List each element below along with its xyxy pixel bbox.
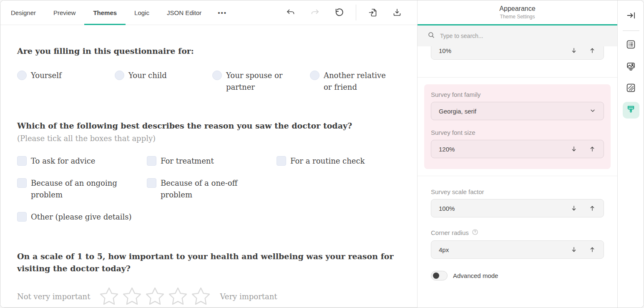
redo-button[interactable] [306, 3, 324, 22]
radio-button-icon[interactable] [212, 71, 222, 80]
more-tabs-button[interactable]: ••• [210, 9, 234, 16]
redo-icon [310, 8, 320, 18]
tab-preview[interactable]: Preview [45, 0, 84, 25]
tab-logic[interactable]: Logic [126, 0, 158, 25]
creator-tab-bar: Designer Preview Themes Logic JSON Edito… [0, 0, 417, 25]
decrease-button[interactable] [570, 204, 578, 212]
radio-button-icon[interactable] [17, 71, 27, 80]
undo-button[interactable] [282, 3, 300, 22]
reset-theme-button[interactable] [330, 3, 348, 22]
font-family-dropdown[interactable]: Georgia, serif [431, 102, 604, 120]
tab-json-editor[interactable]: JSON Editor [158, 0, 210, 25]
chevron-down-icon[interactable] [589, 107, 596, 115]
rating-max-label: Very important [220, 292, 277, 301]
checkbox-icon[interactable] [17, 156, 27, 166]
undo-icon [286, 8, 296, 18]
survey-creator-window: Designer Preview Themes Logic JSON Edito… [0, 0, 644, 308]
checkbox-icon[interactable] [147, 178, 156, 188]
section-divider [418, 176, 617, 176]
star-icon[interactable] [166, 285, 189, 307]
checkbox-ongoing-problem[interactable]: Because of an ongoing problem [17, 177, 147, 201]
survey-preview-canvas: Are you filling in this questionnaire fo… [0, 25, 417, 308]
stepper-value[interactable]: 100% [439, 205, 570, 212]
help-icon[interactable] [472, 229, 478, 237]
radio-button-icon[interactable] [310, 71, 319, 80]
radio-choice-relative[interactable]: Another relative or friend [310, 70, 408, 93]
scale-factor-stepper[interactable]: 100% [431, 199, 604, 217]
increase-button[interactable] [589, 246, 596, 253]
choice-label: Your spouse or partner [226, 70, 298, 93]
checkbox-icon[interactable] [17, 178, 27, 188]
rating-stars [98, 285, 212, 307]
import-theme-button[interactable] [364, 3, 382, 22]
checkbox-oneoff-problem[interactable]: Because of a one-off problem [147, 177, 277, 201]
decrease-button[interactable] [570, 47, 578, 54]
checkbox-treatment[interactable]: For treatment [147, 155, 277, 167]
general-settings-tab-button[interactable] [623, 37, 639, 53]
panel-opacity-stepper[interactable]: 10% [431, 46, 604, 60]
header-settings-tab-button[interactable] [623, 58, 639, 75]
star-icon[interactable] [189, 285, 212, 307]
list-settings-icon [626, 39, 636, 51]
search-input[interactable] [440, 33, 607, 39]
radio-choice-spouse[interactable]: Your spouse or partner [212, 70, 310, 93]
section-divider [418, 77, 617, 78]
advanced-mode-label: Advanced mode [453, 272, 498, 279]
collapse-panel-button[interactable] [623, 8, 639, 25]
search-icon [428, 31, 435, 40]
stepper-value[interactable]: 120% [439, 146, 570, 153]
radio-button-icon[interactable] [115, 71, 124, 80]
stepper-value[interactable]: 4px [439, 246, 570, 253]
panel-subtitle: Theme Settings [418, 14, 617, 20]
image-header-icon [626, 61, 636, 73]
advanced-mode-toggle[interactable] [431, 271, 448, 280]
font-size-stepper[interactable]: 120% [431, 140, 604, 158]
download-theme-button[interactable] [388, 3, 406, 22]
tab-themes[interactable]: Themes [84, 0, 126, 25]
background-settings-tab-button[interactable] [623, 80, 639, 97]
panel-header: Appearance Theme Settings [418, 0, 617, 25]
choice-label: Because of an ongoing problem [31, 177, 140, 201]
toolbar-actions [282, 3, 417, 22]
star-icon[interactable] [121, 285, 143, 307]
decrease-button[interactable] [570, 145, 578, 153]
checkbox-icon[interactable] [17, 212, 27, 222]
question-checkbox: Which of the following best describes th… [17, 120, 400, 223]
radio-choice-yourself[interactable]: Yourself [17, 70, 115, 93]
choice-label: Yourself [31, 70, 62, 81]
appearance-tab-button[interactable] [623, 102, 639, 119]
font-settings-highlight-group: Survey font family Georgia, serif Survey… [424, 84, 611, 169]
checkbox-icon[interactable] [147, 156, 156, 166]
collapse-panel-icon [626, 10, 636, 22]
font-size-label: Survey font size [431, 129, 604, 136]
toolbar-separator [356, 5, 356, 20]
decrease-button[interactable] [570, 246, 578, 253]
tab-designer[interactable]: Designer [2, 0, 45, 25]
settings-scroll-area[interactable]: 10% Survey font family Georgia, serif Su… [418, 46, 617, 308]
star-icon[interactable] [143, 285, 166, 307]
radio-choice-your-child[interactable]: Your child [115, 70, 212, 93]
clipped-setting: 10% [418, 46, 617, 60]
rating-min-label: Not very important [17, 292, 90, 301]
import-icon [368, 8, 378, 18]
choice-label: To ask for advice [31, 155, 96, 167]
survey-page: Are you filling in this questionnaire fo… [0, 25, 417, 307]
increase-button[interactable] [589, 47, 596, 54]
paint-brush-icon [626, 104, 636, 116]
choice-label: For a routine check [290, 155, 365, 167]
checkbox-other[interactable]: Other (please give details) [17, 211, 147, 223]
increase-button[interactable] [589, 145, 596, 153]
checkbox-routine-check[interactable]: For a routine check [277, 155, 406, 167]
appearance-panel: Appearance Theme Settings 10% S [418, 0, 618, 308]
increase-button[interactable] [589, 204, 596, 212]
star-icon[interactable] [98, 285, 121, 307]
font-family-label: Survey font family [431, 91, 604, 98]
dropdown-value: Georgia, serif [439, 108, 589, 115]
checkbox-icon[interactable] [277, 156, 286, 166]
choice-label: For treatment [161, 155, 214, 167]
corner-radius-label: Corner radius [431, 229, 604, 237]
corner-radius-setting: Corner radius 4px [418, 229, 617, 259]
checkbox-advice[interactable]: To ask for advice [17, 155, 147, 167]
stepper-value[interactable]: 10% [439, 47, 570, 54]
corner-radius-stepper[interactable]: 4px [431, 240, 604, 259]
